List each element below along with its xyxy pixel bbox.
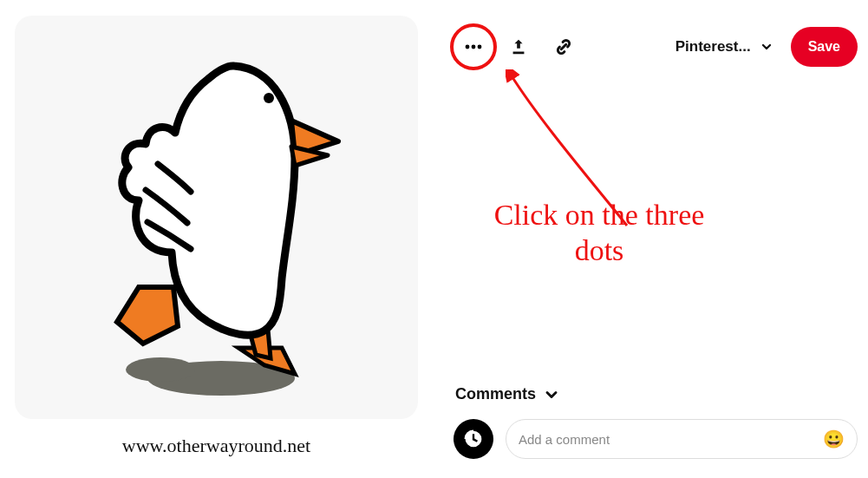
svg-point-2 (264, 93, 274, 103)
svg-point-1 (126, 357, 195, 382)
chevron-down-icon (543, 386, 560, 403)
credit-text: www.otherwayround.net (122, 435, 310, 457)
annotation-text: Click on the three dots (478, 198, 721, 269)
chevron-down-icon (760, 40, 773, 54)
pin-image[interactable] (15, 16, 418, 419)
avatar[interactable] (454, 419, 493, 459)
board-picker[interactable]: Pinterest... (670, 35, 779, 59)
save-button[interactable]: Save (791, 27, 858, 67)
svg-point-5 (478, 45, 482, 49)
svg-rect-6 (513, 52, 525, 55)
emoji-button[interactable]: 😀 (823, 429, 845, 449)
board-label: Pinterest... (675, 38, 751, 56)
comments-heading-label: Comments (455, 385, 536, 403)
svg-point-3 (466, 45, 470, 49)
copy-link-button[interactable] (544, 27, 584, 67)
comments-toggle[interactable]: Comments (454, 380, 858, 419)
comment-input[interactable] (519, 432, 823, 447)
comment-input-wrap[interactable]: 😀 (506, 419, 858, 459)
more-button[interactable] (454, 27, 493, 67)
action-bar: Pinterest... Save (454, 26, 858, 68)
annotation-arrow (506, 69, 679, 243)
svg-point-4 (472, 45, 476, 49)
share-button[interactable] (499, 27, 538, 67)
